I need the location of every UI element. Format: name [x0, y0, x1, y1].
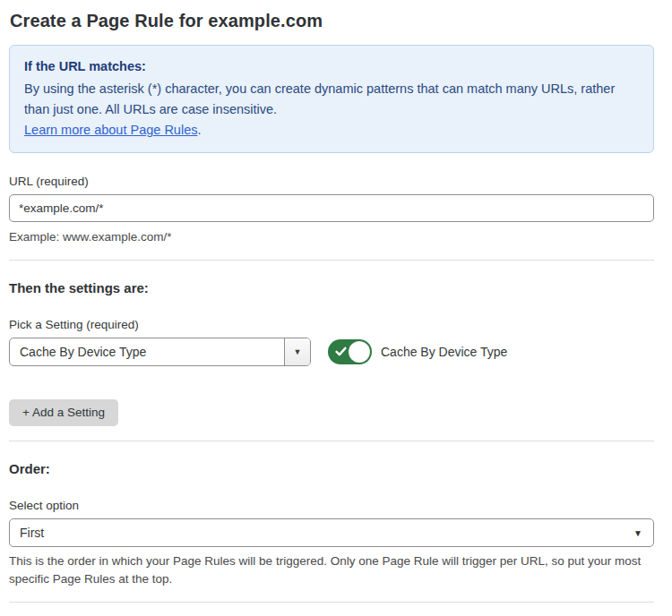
toggle-label: Cache By Device Type — [381, 345, 507, 359]
toggle-knob — [349, 341, 370, 363]
chevron-down-icon[interactable]: ▼ — [284, 338, 310, 365]
url-field-label: URL (required) — [9, 174, 654, 189]
url-input[interactable] — [9, 194, 654, 222]
setting-toggle[interactable] — [328, 339, 372, 364]
order-select-label: Select option — [9, 498, 654, 513]
order-select[interactable]: First ▼ — [9, 518, 654, 547]
setting-row: Cache By Device Type ▼ Cache By Device T… — [9, 338, 654, 366]
divider — [9, 602, 654, 603]
add-setting-button[interactable]: + Add a Setting — [9, 399, 118, 426]
settings-section-heading: Then the settings are: — [9, 279, 654, 296]
order-select-value: First — [20, 526, 44, 540]
page-title: Create a Page Rule for example.com — [10, 9, 654, 32]
page-rule-form: Create a Page Rule for example.com If th… — [0, 0, 672, 616]
setting-picker-label: Pick a Setting (required) — [9, 317, 654, 332]
info-callout-heading: If the URL matches: — [24, 56, 639, 76]
divider — [9, 260, 654, 261]
url-match-info-callout: If the URL matches: By using the asteris… — [9, 45, 654, 153]
order-section-heading: Order: — [9, 460, 654, 477]
info-callout-body: By using the asterisk (*) character, you… — [24, 79, 639, 120]
info-callout-link-line: Learn more about Page Rules. — [24, 120, 639, 141]
setting-dropdown-value: Cache By Device Type — [10, 338, 284, 365]
link-period: . — [197, 123, 201, 137]
url-example-helper: Example: www.example.com/* — [9, 228, 654, 245]
check-icon — [335, 346, 347, 357]
divider — [9, 441, 654, 441]
chevron-down-icon: ▼ — [633, 528, 642, 538]
setting-dropdown[interactable]: Cache By Device Type ▼ — [9, 338, 311, 366]
learn-more-link[interactable]: Learn more about Page Rules — [24, 123, 197, 137]
order-helper-text: This is the order in which your Page Rul… — [9, 552, 654, 587]
